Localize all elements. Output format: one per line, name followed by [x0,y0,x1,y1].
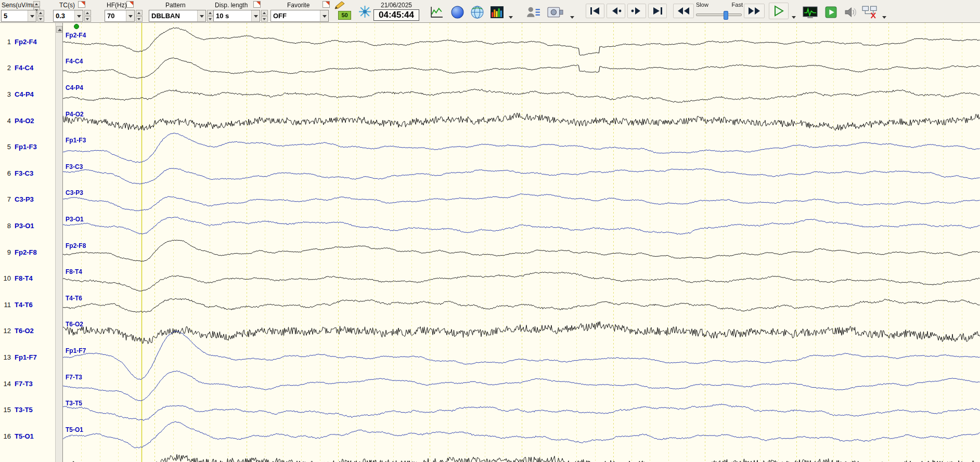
slider-track[interactable] [696,14,742,16]
channel-number: 3 [0,90,11,98]
disp-length-preset-edit-icon[interactable] [253,1,261,8]
notch-50-badge[interactable]: 50 [338,11,351,20]
channel-row[interactable]: 16 T5-O1 [0,432,55,440]
tc-spinner[interactable] [84,10,91,22]
pattern-label: Pattern [165,2,186,9]
rewind-button[interactable] [673,4,694,18]
channel-label: F4-C4 [15,64,33,72]
channel-row[interactable]: 8 P3-O1 [0,222,55,230]
channel-label: C4-P4 [15,90,34,98]
channel-number: 8 [0,222,11,230]
sens-select[interactable]: 5 [1,10,36,22]
sens-spinner[interactable] [37,10,44,22]
disp-length-select[interactable]: 10 s [213,10,260,22]
channel-number: 7 [0,195,11,203]
chevron-down-icon[interactable] [791,14,797,20]
channel-number: 2 [0,64,11,72]
chevron-down-icon [126,10,134,21]
fast-label: Fast [732,2,743,8]
spectrum-icon[interactable] [488,4,506,20]
eeg-viewport: 1 Fp2-F4 2 F4-C4 3 C4-P4 4 P4-O2 5 Fp1-F… [0,23,980,462]
disp-length-label: Disp. length [215,2,248,9]
channel-row[interactable]: 13 Fp1-F7 [0,353,55,361]
speed-slider[interactable]: Slow Fast [696,1,744,22]
trace-channel-label: Fp2-F8 [66,242,86,249]
pencil-icon[interactable] [332,1,350,10]
trace-channel-label: F3-C3 [66,163,83,170]
favorite-select[interactable]: OFF [270,10,329,22]
channel-row[interactable]: 15 T3-T5 [0,406,55,414]
scroll-up-icon[interactable] [56,26,62,33]
disp-length-spinner[interactable] [261,10,268,22]
tc-select[interactable]: 0.3 [53,10,83,22]
montage-map-icon[interactable] [356,4,373,19]
channel-row[interactable]: 1 Fp2-F4 [0,38,55,46]
eeg-trace-area[interactable] [63,23,980,462]
chart-icon[interactable] [428,4,445,20]
channel-label: Fp2-F4 [15,38,37,46]
channel-row[interactable]: 5 Fp1-F3 [0,143,55,151]
channel-row[interactable]: 9 Fp2-F8 [0,248,55,256]
channel-row[interactable]: 3 C4-P4 [0,90,55,98]
channel-label: F8-T4 [15,274,33,282]
trace-channel-label: T5-O1 [66,426,83,433]
trace-channel-label: Fp1-F7 [66,347,86,354]
favorite-preset-edit-icon[interactable] [323,1,330,8]
channel-label: T4-T6 [15,301,33,309]
channel-number: 16 [0,432,11,440]
channel-scrollbar[interactable] [55,23,63,462]
date-display: 21/06/2025 [373,2,419,9]
hf-preset-edit-icon[interactable] [126,1,134,8]
disp-length-value: 10 s [214,10,251,21]
trace-channel-label: C3-P3 [66,189,83,196]
chevron-down-icon [251,10,260,21]
slider-handle[interactable] [724,11,728,20]
channel-label: C3-P3 [15,195,34,203]
trace-channel-label: F7-T3 [66,374,82,381]
chevron-down-icon[interactable] [881,14,887,20]
channel-label: F7-T3 [15,380,33,388]
favorite-label: Favorite [287,2,310,9]
chevron-down-icon [74,10,83,21]
video-icon[interactable] [546,4,564,20]
channel-row[interactable]: 10 F8-T4 [0,274,55,282]
trace-channel-label: Fp1-F3 [66,137,86,144]
trace-channel-label: T6-O2 [66,321,83,328]
channel-row[interactable]: 4 P4-O2 [0,117,55,125]
skip-end-button[interactable] [648,4,667,18]
channel-number: 15 [0,406,11,414]
sens-value: 5 [2,10,28,21]
channel-label: P4-O2 [15,117,34,125]
patient-info-icon[interactable] [524,4,542,20]
channel-row[interactable]: 7 C3-P3 [0,195,55,203]
favorite-value: OFF [271,10,320,21]
trace-channel-label: T4-T6 [66,295,82,302]
sphere-icon[interactable] [448,4,466,20]
channel-row[interactable]: 12 T6-O2 [0,327,55,335]
channel-row[interactable]: 14 F7-T3 [0,380,55,388]
pattern-select[interactable]: DBLBAN [149,10,206,22]
network-icon[interactable] [860,4,878,20]
green-play-icon[interactable] [822,4,840,20]
hf-spinner[interactable] [136,10,143,22]
fast-forward-button[interactable] [744,4,765,18]
channel-number: 9 [0,248,11,256]
step-back-button[interactable] [607,4,625,18]
skip-start-button[interactable] [586,4,604,18]
play-button[interactable] [769,3,789,19]
trace-channel-label: T3-T5 [66,400,82,407]
chevron-down-icon[interactable] [569,14,575,20]
globe-icon[interactable] [468,4,486,20]
speaker-icon[interactable] [842,4,859,20]
channel-row[interactable]: 6 F3-C3 [0,169,55,177]
hf-select[interactable]: 70 [105,10,135,22]
trace-channel-label: C4-P4 [66,84,83,91]
channel-number: 12 [0,327,11,335]
chevron-down-icon[interactable] [508,14,514,20]
tc-label: TC(s) [59,2,75,9]
channel-row[interactable]: 2 F4-C4 [0,64,55,72]
step-forward-button[interactable] [627,4,646,18]
tc-preset-edit-icon[interactable] [78,1,85,8]
monitor-wave-icon[interactable] [801,4,819,20]
channel-row[interactable]: 11 T4-T6 [0,301,55,309]
